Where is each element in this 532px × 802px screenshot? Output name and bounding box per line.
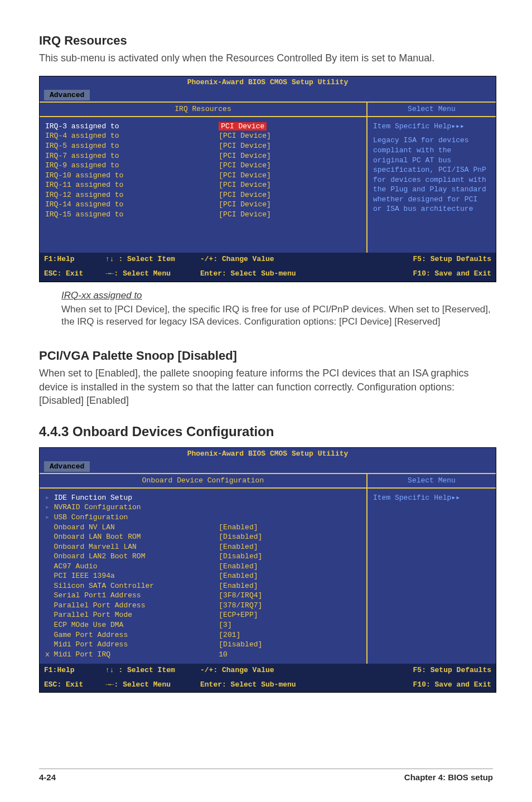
bios-row-label: IRQ-12 assigned to bbox=[45, 190, 219, 200]
bios2-title: Phoenix-Award BIOS CMOS Setup Utility bbox=[40, 448, 496, 460]
bios-row-label: IRQ-14 assigned to bbox=[45, 200, 219, 210]
footer-save-exit: F10: Save and Exit bbox=[413, 680, 491, 690]
bios1-tabbar: Advanced bbox=[40, 89, 496, 102]
footer-help: F1:Help bbox=[44, 254, 105, 264]
bios-row-value[interactable]: [Enabled] bbox=[219, 581, 361, 591]
bios-row-value[interactable]: [PCI Device] bbox=[219, 151, 361, 161]
bios-row-value[interactable] bbox=[219, 503, 361, 513]
bios-row-label: Onboard NV LAN bbox=[45, 523, 219, 533]
bios-config-row[interactable]: IRQ-15 assigned to[PCI Device] bbox=[45, 210, 361, 220]
bios1-right-title: Select Menu bbox=[367, 103, 496, 117]
submenu-icon: ▸ bbox=[45, 494, 54, 502]
bios-row-value[interactable]: [Enabled] bbox=[219, 523, 361, 533]
bios-row-label: Midi Port Address bbox=[45, 640, 219, 650]
bios-row-label: Parallel Port Address bbox=[45, 601, 219, 611]
bios-config-row[interactable]: ▸ USB Configuration bbox=[45, 513, 361, 523]
bios1-footer2: ESC: Exit →←: Select Menu Enter: Select … bbox=[40, 267, 496, 282]
footer-setup-defaults: F5: Setup Defaults bbox=[413, 665, 491, 675]
bios1-title: Phoenix-Award BIOS CMOS Setup Utility bbox=[40, 76, 496, 89]
bios-config-row[interactable]: IRQ-11 assigned to[PCI Device] bbox=[45, 180, 361, 190]
bios-row-value[interactable]: [Enabled] bbox=[219, 562, 361, 572]
bios-row-value[interactable]: [PCI Device] bbox=[219, 161, 361, 171]
page-footer: 4-24 Chapter 4: BIOS setup bbox=[39, 769, 493, 782]
bios1-help-title: Item Specific Help▸▸▸ bbox=[373, 122, 490, 132]
bios-row-value[interactable]: 10 bbox=[219, 650, 361, 660]
footer-save-exit: F10: Save and Exit bbox=[413, 269, 491, 279]
bios2-tab-advanced[interactable]: Advanced bbox=[44, 461, 90, 472]
bios2-help-title: Item Specific Help▸▸ bbox=[373, 493, 490, 503]
irq-assigned-heading: IRQ-xx assigned to bbox=[61, 290, 493, 301]
bios-row-value[interactable]: [Enabled] bbox=[219, 571, 361, 581]
bios-config-row[interactable]: AC97 Audio[Enabled] bbox=[45, 562, 361, 572]
bios-row-label: ECP MOde Use DMA bbox=[45, 620, 219, 630]
bios-row-label: Parallel Port Mode bbox=[45, 610, 219, 620]
bios-row-value[interactable] bbox=[219, 493, 361, 503]
bios-config-row[interactable]: IRQ-10 assigned to[PCI Device] bbox=[45, 171, 361, 181]
bios-config-row[interactable]: IRQ-5 assigned to[PCI Device] bbox=[45, 141, 361, 151]
bios-config-row[interactable]: PCI IEEE 1394a[Enabled] bbox=[45, 571, 361, 581]
section-title-onboard-devices: 4.4.3 Onboard Devices Configuration bbox=[39, 424, 493, 439]
bios-row-value[interactable]: [Disabled] bbox=[219, 532, 361, 542]
bios-config-row[interactable]: Parallel Port Address[378/IRQ7] bbox=[45, 601, 361, 611]
bios-config-row[interactable]: Onboard LAN2 Boot ROM[Disabled] bbox=[45, 552, 361, 562]
bios-row-value[interactable] bbox=[219, 513, 361, 523]
bios-config-row[interactable]: ECP MOde Use DMA[3] bbox=[45, 620, 361, 630]
bios-config-row[interactable]: ▸ NVRAID Configuration bbox=[45, 503, 361, 513]
bios-config-row[interactable]: IRQ-14 assigned to[PCI Device] bbox=[45, 200, 361, 210]
bios-config-row[interactable]: x Midi Port IRQ10 bbox=[45, 650, 361, 660]
bios-config-row[interactable]: Onboard NV LAN[Enabled] bbox=[45, 523, 361, 533]
page-number: 4-24 bbox=[39, 772, 56, 782]
footer-change-value: -/+: Change Value bbox=[200, 665, 413, 675]
bios-row-value[interactable]: [ECP+EPP] bbox=[219, 610, 361, 620]
bios-config-row[interactable]: Onboard LAN Boot ROM[Disabled] bbox=[45, 532, 361, 542]
bios-config-row[interactable]: ▸ IDE Function Setup bbox=[45, 493, 361, 503]
bios1-tab-advanced[interactable]: Advanced bbox=[44, 90, 90, 101]
bios-config-row[interactable]: IRQ-3 assigned toPCI Device bbox=[45, 122, 361, 132]
bios-row-value[interactable]: [Enabled] bbox=[219, 542, 361, 552]
bios-row-value[interactable]: [PCI Device] bbox=[219, 210, 361, 220]
bios2-right-title: Select Menu bbox=[367, 474, 496, 489]
bios-config-row[interactable]: IRQ-12 assigned to[PCI Device] bbox=[45, 190, 361, 200]
bios-onboard-devices: Phoenix-Award BIOS CMOS Setup Utility Ad… bbox=[39, 447, 496, 693]
bios-config-row[interactable]: Serial Port1 Address[3F8/IRQ4] bbox=[45, 591, 361, 601]
bios-config-row[interactable]: Midi Port Address[Disabled] bbox=[45, 640, 361, 650]
bios-config-row[interactable]: IRQ-9 assigned to[PCI Device] bbox=[45, 161, 361, 171]
bios-row-label: Game Port Address bbox=[45, 630, 219, 640]
bios-config-row[interactable]: Silicon SATA Controller[Enabled] bbox=[45, 581, 361, 591]
submenu-icon: ▸ bbox=[45, 503, 54, 511]
bios-row-value[interactable]: [378/IRQ7] bbox=[219, 601, 361, 611]
bios-row-label: AC97 Audio bbox=[45, 562, 219, 572]
section-title-irq-resources: IRQ Resources bbox=[39, 33, 493, 48]
bios-row-value[interactable]: [PCI Device] bbox=[219, 131, 361, 141]
section-title-palette-snoop: PCI/VGA Palette Snoop [Disabled] bbox=[39, 349, 493, 363]
bios-row-label: ▸ USB Configuration bbox=[45, 513, 219, 523]
bios-row-value[interactable]: [3] bbox=[219, 620, 361, 630]
bios-row-label: ▸ NVRAID Configuration bbox=[45, 503, 219, 513]
bios-config-row[interactable]: Parallel Port Mode[ECP+EPP] bbox=[45, 610, 361, 620]
bios-row-label: Onboard Marvell LAN bbox=[45, 542, 219, 552]
chapter-label: Chapter 4: BIOS setup bbox=[404, 772, 493, 782]
bios-row-value[interactable]: [3F8/IRQ4] bbox=[219, 591, 361, 601]
bios-row-value[interactable]: [Disabled] bbox=[219, 640, 361, 650]
bios2-footer: F1:Help ↑↓ : Select Item -/+: Change Val… bbox=[40, 664, 496, 678]
bios-row-value[interactable]: [201] bbox=[219, 630, 361, 640]
irq-assigned-body: When set to [PCI Device], the specific I… bbox=[61, 303, 493, 329]
bios-row-value[interactable]: [PCI Device] bbox=[219, 141, 361, 151]
bios2-left-title: Onboard Device Configuration bbox=[40, 474, 366, 489]
bios1-help-body: Legacy ISA for devices compliant with th… bbox=[373, 136, 490, 214]
bios-config-row[interactable]: Game Port Address[201] bbox=[45, 630, 361, 640]
bios-row-value[interactable]: [PCI Device] bbox=[219, 180, 361, 190]
bios-row-label: ▸ IDE Function Setup bbox=[45, 493, 219, 503]
bios-config-row[interactable]: Onboard Marvell LAN[Enabled] bbox=[45, 542, 361, 552]
bios-config-row[interactable]: IRQ-7 assigned to[PCI Device] bbox=[45, 151, 361, 161]
bios-row-value[interactable]: [PCI Device] bbox=[219, 200, 361, 210]
bios-row-value[interactable]: PCI Device bbox=[219, 122, 361, 132]
bios-row-value[interactable]: [PCI Device] bbox=[219, 171, 361, 181]
footer-select-menu: →←: Select Menu bbox=[105, 269, 200, 279]
bios-row-label: IRQ-4 assigned to bbox=[45, 131, 219, 141]
bios-row-value[interactable]: [Disabled] bbox=[219, 552, 361, 562]
footer-change-value: -/+: Change Value bbox=[200, 254, 413, 264]
bios-row-value[interactable]: [PCI Device] bbox=[219, 190, 361, 200]
footer-select-submenu: Enter: Select Sub-menu bbox=[200, 680, 413, 690]
bios-config-row[interactable]: IRQ-4 assigned to[PCI Device] bbox=[45, 131, 361, 141]
